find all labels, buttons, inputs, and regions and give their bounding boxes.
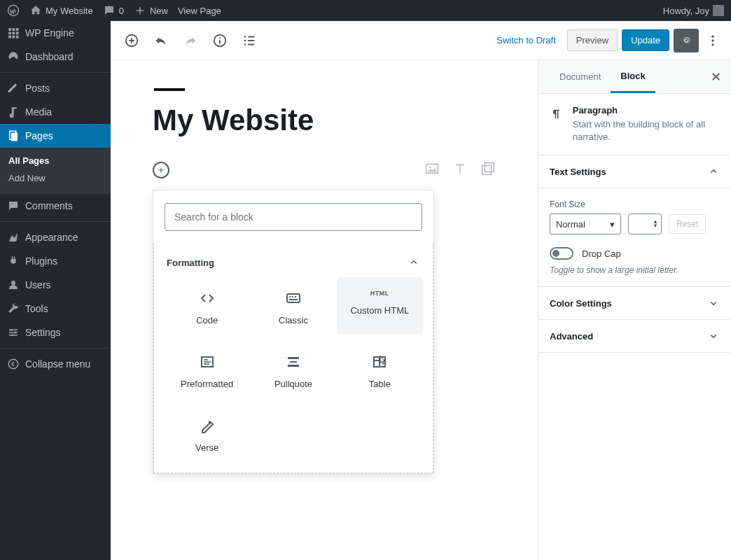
page-body: My Website Formatting Code Classic HTMLC… xyxy=(111,60,538,560)
comments-count: 0 xyxy=(119,6,124,16)
svg-rect-3 xyxy=(16,28,19,31)
svg-point-25 xyxy=(711,39,713,41)
block-code[interactable]: Code xyxy=(164,277,250,334)
chevron-up-icon xyxy=(408,256,420,269)
font-size-number[interactable]: ▲▼ xyxy=(628,214,662,234)
font-size-label: Font Size xyxy=(550,200,720,209)
block-verse[interactable]: Verse xyxy=(164,405,250,461)
gallery-hint-icon[interactable] xyxy=(480,161,496,178)
admin-toolbar: My Website 0 New View Page Howdy, Joy xyxy=(0,0,731,21)
new-link[interactable]: New xyxy=(134,4,168,17)
inline-inserter-icon[interactable] xyxy=(153,162,169,178)
switch-draft-link[interactable]: Switch to Draft xyxy=(489,29,563,51)
svg-point-24 xyxy=(711,35,713,37)
svg-point-16 xyxy=(11,329,13,331)
svg-point-28 xyxy=(429,167,431,169)
sidebar-item-pages[interactable]: Pages xyxy=(0,124,111,148)
svg-point-18 xyxy=(11,334,13,336)
block-classic[interactable]: Classic xyxy=(250,277,336,334)
chevron-down-icon xyxy=(707,297,720,309)
panel-advanced-toggle[interactable]: Advanced xyxy=(538,320,731,353)
preview-button[interactable]: Preview xyxy=(567,29,618,51)
svg-rect-33 xyxy=(292,296,293,298)
svg-rect-2 xyxy=(13,28,15,31)
sidebar-item-tools[interactable]: Tools xyxy=(0,297,111,321)
svg-rect-30 xyxy=(482,165,492,174)
outline-icon[interactable] xyxy=(237,28,262,53)
empty-paragraph-block[interactable] xyxy=(153,158,496,186)
sidebar-item-wpengine[interactable]: WP Engine xyxy=(0,21,111,45)
tab-block[interactable]: Block xyxy=(611,60,655,93)
svg-rect-11 xyxy=(11,133,18,141)
sidebar-item-users[interactable]: Users xyxy=(0,273,111,297)
sidebar-collapse[interactable]: Collapse menu xyxy=(0,352,111,376)
add-block-icon[interactable] xyxy=(119,28,144,53)
block-type-title: Paragraph xyxy=(573,105,720,115)
font-size-select[interactable]: Normal▾ xyxy=(550,214,621,234)
sidebar-item-settings[interactable]: Settings xyxy=(0,321,111,344)
select-arrow-icon: ▾ xyxy=(610,219,615,230)
sidebar-item-media[interactable]: Media xyxy=(0,100,111,124)
svg-rect-6 xyxy=(16,32,19,35)
undo-icon[interactable] xyxy=(148,28,174,53)
greeting[interactable]: Howdy, Joy xyxy=(663,5,724,16)
block-preformatted[interactable]: Preformatted xyxy=(164,341,250,398)
info-icon[interactable] xyxy=(207,28,232,53)
font-size-reset-button[interactable]: Reset xyxy=(669,214,706,234)
admin-sidebar: WP Engine Dashboard Posts Media Pages Al… xyxy=(0,21,111,560)
tab-document[interactable]: Document xyxy=(550,60,611,93)
block-inserter-popover: Formatting Code Classic HTMLCustom HTML … xyxy=(153,190,434,474)
svg-point-17 xyxy=(15,332,17,334)
inspector-close-icon[interactable]: ✕ xyxy=(700,69,731,85)
svg-rect-9 xyxy=(16,36,19,38)
svg-rect-8 xyxy=(13,36,15,38)
editor-canvas: Switch to Draft Preview Update My Websit… xyxy=(111,21,731,560)
svg-rect-35 xyxy=(289,299,298,300)
page-title[interactable]: My Website xyxy=(153,104,496,137)
avatar xyxy=(713,5,724,16)
view-page-link[interactable]: View Page xyxy=(178,6,221,16)
update-button[interactable]: Update xyxy=(622,29,669,51)
block-description: Paragraph Start with the building block … xyxy=(538,94,731,155)
inserter-panel-heading[interactable]: Formatting xyxy=(154,252,433,277)
drop-cap-toggle[interactable] xyxy=(550,247,573,260)
sidebar-item-comments[interactable]: Comments xyxy=(0,194,111,218)
more-menu-icon[interactable] xyxy=(703,34,723,48)
panel-color-settings-toggle[interactable]: Color Settings xyxy=(538,287,731,320)
submenu-all-pages[interactable]: All Pages xyxy=(0,152,111,169)
chevron-icon xyxy=(707,165,720,178)
svg-point-22 xyxy=(219,37,221,38)
sidebar-item-plugins[interactable]: Plugins xyxy=(0,249,111,273)
svg-point-19 xyxy=(8,359,18,369)
drop-cap-hint: Toggle to show a large initial letter. xyxy=(550,265,720,275)
svg-point-26 xyxy=(711,43,713,46)
sidebar-item-posts[interactable]: Posts xyxy=(0,76,111,100)
inspector-tabs: Document Block ✕ xyxy=(538,60,731,94)
submenu-add-new[interactable]: Add New xyxy=(0,169,111,187)
svg-rect-38 xyxy=(290,361,297,363)
svg-rect-1 xyxy=(8,28,11,31)
settings-inspector: Document Block ✕ Paragraph Start with th… xyxy=(538,60,731,560)
image-hint-icon[interactable] xyxy=(424,161,440,178)
panel-text-settings-toggle[interactable]: Text Settings xyxy=(538,155,731,188)
sidebar-item-appearance[interactable]: Appearance xyxy=(0,225,111,249)
site-link[interactable]: My Website xyxy=(29,4,93,17)
panel-text-settings: Font Size Normal▾ ▲▼ Reset Drop Cap Togg… xyxy=(538,188,731,287)
block-custom-html[interactable]: HTMLCustom HTML xyxy=(337,277,423,334)
svg-rect-4 xyxy=(8,32,11,35)
comments-link[interactable]: 0 xyxy=(103,4,124,17)
svg-rect-32 xyxy=(289,296,291,298)
sidebar-item-dashboard[interactable]: Dashboard xyxy=(0,45,111,69)
block-search-input[interactable] xyxy=(165,203,422,231)
settings-button[interactable] xyxy=(674,29,699,52)
svg-rect-29 xyxy=(485,163,494,172)
pages-submenu: All Pages Add New xyxy=(0,148,111,194)
site-name: My Website xyxy=(46,6,93,16)
svg-rect-23 xyxy=(219,40,221,44)
block-table[interactable]: Table xyxy=(337,341,423,398)
heading-hint-icon[interactable] xyxy=(452,161,468,178)
svg-rect-31 xyxy=(287,294,300,302)
wp-logo[interactable] xyxy=(7,4,20,17)
redo-icon[interactable] xyxy=(178,28,203,53)
block-pullquote[interactable]: Pullquote xyxy=(250,341,336,398)
